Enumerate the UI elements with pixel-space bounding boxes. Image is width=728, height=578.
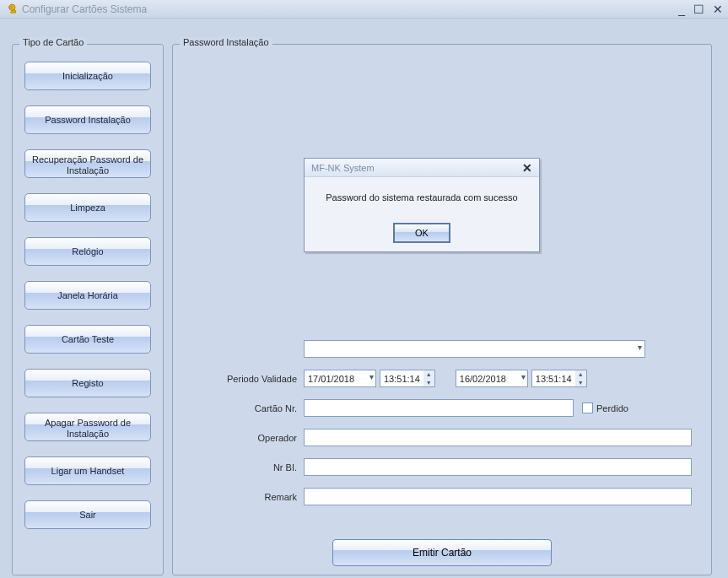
top-select-input[interactable] bbox=[304, 340, 645, 358]
minimize-button[interactable]: _ bbox=[678, 3, 685, 16]
checkbox-box-icon bbox=[582, 402, 593, 413]
time-to[interactable]: 13:51:14 ▲▼ bbox=[531, 370, 587, 387]
dialog-ok-button[interactable]: OK bbox=[393, 223, 450, 243]
label-operador: Operador bbox=[181, 433, 304, 443]
btn-janela-horaria[interactable]: Janela Horária bbox=[24, 281, 151, 310]
date-to[interactable]: 16/02/2018 ▾ bbox=[456, 370, 528, 387]
btn-apagar-password[interactable]: Apagar Password de Instalação bbox=[24, 413, 151, 441]
form-area: ▾ Periodo Validade 17/01/2018 ▾ 13:51:14… bbox=[173, 45, 711, 575]
key-icon bbox=[5, 3, 17, 15]
sidebar-legend: Tipo de Cartão bbox=[19, 37, 87, 47]
time-from-value: 13:51:14 bbox=[380, 370, 423, 387]
time-to-spinner[interactable]: ▲▼ bbox=[575, 370, 587, 387]
sidebar-groupbox: Tipo de Cartão Inicialização Password In… bbox=[12, 44, 164, 575]
dialog-close-button[interactable]: ✕ bbox=[522, 161, 532, 175]
window-controls: _ ☐ ✕ bbox=[678, 3, 723, 16]
btn-cartao-teste[interactable]: Cartão Teste bbox=[24, 325, 151, 354]
btn-emitir-cartao[interactable]: Emitir Cartão bbox=[332, 539, 552, 566]
date-to-value: 16/02/2018 bbox=[460, 374, 506, 384]
date-from[interactable]: 17/01/2018 ▾ bbox=[304, 370, 376, 387]
label-periodo: Periodo Validade bbox=[181, 374, 304, 384]
dialog-success: MF-NK System ✕ Password do sistema resta… bbox=[304, 158, 540, 252]
main-groupbox: Password Instalação ▾ Periodo Validade 1… bbox=[172, 44, 712, 575]
time-from-spinner[interactable]: ▲▼ bbox=[423, 370, 435, 387]
input-remark[interactable] bbox=[304, 488, 692, 505]
input-cartao[interactable] bbox=[304, 399, 574, 417]
btn-inicializacao[interactable]: Inicialização bbox=[24, 62, 151, 90]
input-operador[interactable] bbox=[304, 429, 692, 446]
dialog-message: Password do sistema restaurada com suces… bbox=[305, 177, 539, 211]
titlebar: Configurar Cartões Sistema _ ☐ ✕ bbox=[0, 0, 728, 19]
btn-limpeza[interactable]: Limpeza bbox=[24, 193, 151, 222]
maximize-button[interactable]: ☐ bbox=[693, 3, 704, 16]
checkbox-perdido[interactable]: Perdido bbox=[582, 402, 628, 413]
label-cartao: Cartão Nr. bbox=[181, 403, 304, 413]
row-cartao: Cartão Nr. Perdido bbox=[181, 399, 703, 417]
btn-password-instalacao[interactable]: Password Instalação bbox=[24, 105, 151, 134]
chevron-down-icon: ▾ bbox=[521, 372, 526, 381]
btn-recuperacao-password[interactable]: Recuperação Password de Instalação bbox=[24, 149, 151, 178]
time-from[interactable]: 13:51:14 ▲▼ bbox=[380, 370, 435, 387]
row-operador: Operador bbox=[181, 429, 703, 446]
content-area: Tipo de Cartão Inicialização Password In… bbox=[0, 19, 728, 578]
window-title: Configurar Cartões Sistema bbox=[22, 3, 147, 15]
label-remark: Remark bbox=[181, 492, 304, 502]
btn-sair[interactable]: Sair bbox=[24, 500, 151, 529]
close-window-button[interactable]: ✕ bbox=[713, 3, 723, 16]
dialog-title: MF-NK System bbox=[311, 163, 375, 173]
date-from-value: 17/01/2018 bbox=[308, 374, 354, 384]
dialog-titlebar: MF-NK System ✕ bbox=[305, 159, 539, 177]
row-periodo: Periodo Validade 17/01/2018 ▾ 13:51:14 ▲… bbox=[181, 370, 703, 387]
row-remark: Remark bbox=[181, 488, 703, 505]
label-nrbi: Nr BI. bbox=[181, 462, 304, 473]
btn-ligar-handset[interactable]: Ligar um Handset bbox=[24, 456, 151, 485]
input-nrbi[interactable] bbox=[304, 458, 692, 476]
btn-registo[interactable]: Registo bbox=[24, 369, 151, 397]
top-select[interactable]: ▾ bbox=[304, 340, 645, 358]
row-topselect: ▾ bbox=[181, 340, 703, 358]
row-nrbi: Nr BI. bbox=[181, 458, 703, 476]
btn-relogio[interactable]: Relógio bbox=[24, 237, 151, 266]
chevron-down-icon: ▾ bbox=[369, 372, 374, 381]
label-perdido: Perdido bbox=[596, 403, 628, 413]
time-to-value: 13:51:14 bbox=[531, 370, 575, 387]
